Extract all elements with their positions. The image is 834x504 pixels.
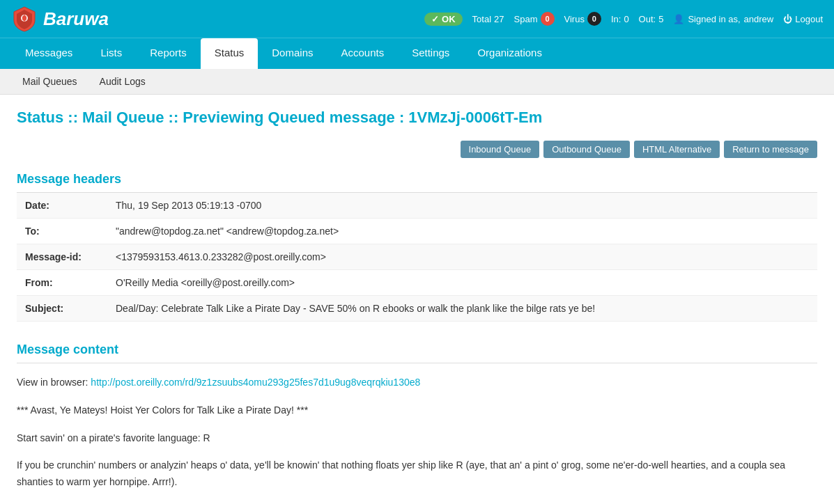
header-value-from: O'Reilly Media <oreilly@post.oreilly.com…: [107, 270, 817, 296]
nav-item-reports[interactable]: Reports: [136, 38, 201, 69]
page-content: Status :: Mail Queue :: Previewing Queue…: [0, 95, 834, 504]
top-header: Baruwa OK Total 27 Spam 0 Virus 0 In: 0 …: [0, 0, 834, 38]
logout-icon: ⏻: [783, 14, 792, 24]
logout-button[interactable]: ⏻ Logout: [783, 14, 823, 24]
virus-stat: Virus 0: [564, 12, 601, 26]
in-label: In:: [611, 14, 621, 24]
header-label-from: From:: [17, 270, 107, 296]
message-content-body: View in browser: http://post.oreilly.com…: [17, 375, 817, 491]
table-row: Date: Thu, 19 Sep 2013 05:19:13 -0700: [17, 193, 817, 219]
table-row: From: O'Reilly Media <oreilly@post.oreil…: [17, 270, 817, 296]
nav-item-settings[interactable]: Settings: [398, 38, 463, 69]
virus-label: Virus: [564, 14, 585, 24]
logo-area: Baruwa: [11, 6, 109, 32]
view-in-browser: View in browser: http://post.oreilly.com…: [17, 375, 817, 391]
header-value-date: Thu, 19 Sep 2013 05:19:13 -0700: [107, 193, 817, 219]
nav-bar: Messages Lists Reports Status Domains Ac…: [0, 38, 834, 69]
status-ok-badge: OK: [424, 13, 463, 26]
header-label-date: Date:: [17, 193, 107, 219]
total-stat: Total 27: [472, 14, 504, 24]
inbound-queue-button[interactable]: Inbound Queue: [461, 141, 540, 158]
message-content-section: Message content View in browser: http://…: [17, 342, 817, 491]
out-label: Out:: [639, 14, 656, 24]
logout-label: Logout: [795, 14, 823, 24]
signed-in-area: 👤 Signed in as, andrew: [673, 14, 773, 24]
header-label-subject: Subject:: [17, 296, 107, 322]
out-value: 5: [658, 14, 663, 24]
table-row: Message-id: <1379593153.4613.0.233282@po…: [17, 244, 817, 270]
header-label-messageid: Message-id:: [17, 244, 107, 270]
person-icon: 👤: [673, 14, 684, 24]
spam-value: 0: [541, 12, 555, 26]
in-stat: In: 0: [611, 14, 629, 24]
nav-item-accounts[interactable]: Accounts: [327, 38, 398, 69]
nav-item-messages[interactable]: Messages: [11, 38, 86, 69]
return-to-message-button[interactable]: Return to message: [724, 141, 817, 158]
header-label-to: To:: [17, 219, 107, 244]
spam-label: Spam: [514, 14, 538, 24]
sub-nav-audit-logs[interactable]: Audit Logs: [88, 69, 157, 94]
table-row: Subject: Deal/Day: Celebrate Talk Like a…: [17, 296, 817, 322]
page-title: Status :: Mail Queue :: Previewing Queue…: [17, 109, 817, 127]
header-right: OK Total 27 Spam 0 Virus 0 In: 0 Out: 5 …: [424, 12, 823, 26]
header-value-messageid: <1379593153.4613.0.233282@post.oreilly.c…: [107, 244, 817, 270]
total-value: 27: [494, 14, 504, 24]
signed-in-prefix: Signed in as,: [688, 14, 740, 24]
header-value-subject: Deal/Day: Celebrate Talk Like a Pirate D…: [107, 296, 817, 322]
content-para-3: If you be crunchin' numbers or analyzin'…: [17, 457, 817, 491]
message-headers-table: Date: Thu, 19 Sep 2013 05:19:13 -0700 To…: [17, 193, 817, 322]
nav-item-domains[interactable]: Domains: [258, 38, 327, 69]
nav-item-lists[interactable]: Lists: [86, 38, 136, 69]
nav-item-status[interactable]: Status: [201, 38, 258, 69]
sub-nav-mail-queues[interactable]: Mail Queues: [11, 69, 88, 94]
content-para-1: *** Avast, Ye Mateys! Hoist Yer Colors f…: [17, 402, 817, 419]
message-headers-title: Message headers: [17, 172, 817, 193]
signed-in-user: andrew: [744, 14, 774, 24]
out-stat: Out: 5: [639, 14, 664, 24]
logo-text: Baruwa: [43, 8, 109, 30]
total-label: Total: [472, 14, 491, 24]
action-buttons: Inbound Queue Outbound Queue HTML Altern…: [17, 141, 817, 158]
html-alternative-button[interactable]: HTML Alternative: [634, 141, 720, 158]
browser-link[interactable]: http://post.oreilly.com/rd/9z1zsuubs4omu…: [91, 377, 420, 388]
table-row: To: "andrew@topdog.za.net" <andrew@topdo…: [17, 219, 817, 244]
logo-icon: [11, 6, 38, 32]
spam-stat: Spam 0: [514, 12, 555, 26]
content-para-2: Start savin' on a pirate's favorite lang…: [17, 430, 817, 447]
in-value: 0: [624, 14, 628, 24]
outbound-queue-button[interactable]: Outbound Queue: [543, 141, 630, 158]
header-value-to: "andrew@topdog.za.net" <andrew@topdog.za…: [107, 219, 817, 244]
message-content-title: Message content: [17, 342, 817, 363]
virus-value: 0: [587, 12, 601, 26]
sub-nav: Mail Queues Audit Logs: [0, 69, 834, 95]
nav-item-organizations[interactable]: Organizations: [463, 38, 556, 69]
view-in-browser-prefix: View in browser:: [17, 377, 91, 388]
